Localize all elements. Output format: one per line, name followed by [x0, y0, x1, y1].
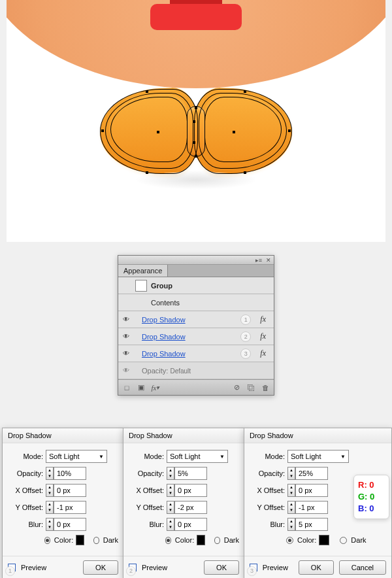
red-shape	[150, 0, 242, 31]
stroke-icon[interactable]: ▣	[137, 383, 146, 392]
stepper[interactable]: ▲▼	[287, 484, 295, 497]
visibility-icon[interactable]: 👁	[121, 350, 131, 357]
drop-shadow-dialog-1: Drop Shadow Mode: Soft Light▼ Opacity: ▲…	[2, 428, 124, 578]
x-offset-input[interactable]	[54, 484, 86, 497]
visibility-icon[interactable]: 👁	[121, 367, 131, 374]
fx-icon[interactable]: fx	[255, 332, 271, 341]
artwork-canvas	[7, 0, 385, 242]
ok-button[interactable]: OK	[299, 560, 334, 575]
drop-shadow-link-2[interactable]: Drop Shadow	[135, 333, 237, 341]
duplicate-icon[interactable]: ⿻	[246, 383, 255, 392]
fx-icon[interactable]: fx	[255, 348, 271, 358]
rgb-g: G: 0	[358, 491, 385, 503]
step-badge: 3	[247, 566, 257, 576]
appearance-swatch[interactable]	[135, 280, 147, 292]
color-radio[interactable]	[165, 537, 171, 544]
panel-close-icon[interactable]: ✕	[266, 257, 271, 264]
appearance-contents-label: Contents	[135, 299, 271, 307]
blur-input[interactable]	[54, 518, 86, 531]
visibility-icon[interactable]: 👁	[121, 316, 131, 323]
ok-button[interactable]: OK	[204, 560, 239, 575]
stepper[interactable]: ▲▼	[287, 467, 295, 480]
appearance-tab[interactable]: Appearance	[118, 265, 168, 277]
y-offset-input[interactable]	[54, 501, 86, 514]
appearance-group-label: Group	[151, 282, 271, 290]
stepper[interactable]: ▲▼	[46, 467, 54, 480]
opacity-input[interactable]	[295, 467, 328, 480]
y-offset-input[interactable]	[174, 501, 207, 514]
drop-shadow-dialog-2: Drop Shadow Mode: Soft Light▼ Opacity: ▲…	[123, 428, 245, 578]
mode-select[interactable]: Soft Light▼	[287, 450, 349, 463]
fx-icon[interactable]: fx	[255, 314, 271, 324]
dialog-title: Drop Shadow	[3, 428, 123, 443]
x-offset-input[interactable]	[295, 484, 328, 497]
appearance-panel: ▸≡ ✕ Appearance Group Contents 👁 Drop Sh…	[118, 255, 274, 396]
chevron-down-icon: ▼	[99, 454, 104, 460]
chevron-down-icon: ▼	[340, 454, 346, 460]
dialog-title: Drop Shadow	[244, 428, 391, 443]
color-radio[interactable]	[286, 537, 293, 544]
opacity-input[interactable]	[174, 467, 207, 480]
drop-shadow-link-1[interactable]: Drop Shadow	[135, 316, 237, 324]
panel-menu-icon[interactable]: ▸≡	[255, 257, 262, 264]
drop-shadow-link-3[interactable]: Drop Shadow	[135, 350, 237, 358]
step-badge: 1	[240, 314, 251, 325]
step-badge: 1	[5, 566, 15, 576]
blur-input[interactable]	[295, 518, 328, 531]
color-swatch[interactable]	[76, 535, 84, 545]
stepper[interactable]: ▲▼	[46, 501, 54, 514]
dialog-title: Drop Shadow	[123, 428, 244, 443]
step-badge: 2	[240, 332, 251, 342]
darkness-radio[interactable]	[214, 537, 220, 544]
color-swatch[interactable]	[197, 535, 205, 545]
blur-input[interactable]	[174, 518, 207, 531]
delete-icon[interactable]: 🗑	[261, 383, 270, 392]
stepper[interactable]: ▲▼	[167, 518, 174, 531]
step-badge: 2	[126, 566, 136, 576]
stepper[interactable]: ▲▼	[46, 484, 54, 497]
stepper[interactable]: ▲▼	[287, 501, 295, 514]
stepper[interactable]: ▲▼	[167, 484, 174, 497]
no-fill-icon[interactable]: □	[122, 383, 131, 392]
stepper[interactable]: ▲▼	[46, 518, 54, 531]
chevron-down-icon: ▼	[220, 454, 225, 460]
darkness-radio[interactable]	[93, 537, 99, 544]
color-swatch[interactable]	[319, 535, 329, 545]
bow-tie-group[interactable]	[95, 85, 297, 222]
stepper[interactable]: ▲▼	[167, 501, 174, 514]
y-offset-input[interactable]	[295, 501, 328, 514]
darkness-radio[interactable]	[340, 537, 347, 544]
rgb-b: B: 0	[358, 503, 385, 515]
color-radio[interactable]	[44, 537, 50, 544]
x-offset-input[interactable]	[174, 484, 207, 497]
ok-button[interactable]: OK	[83, 560, 118, 575]
step-badge: 3	[240, 348, 251, 359]
opacity-input[interactable]	[54, 467, 86, 480]
fx-menu-icon[interactable]: fx▾	[151, 383, 160, 392]
stepper[interactable]: ▲▼	[287, 518, 295, 531]
rgb-r: R: 0	[358, 479, 385, 491]
rgb-callout: R: 0 G: 0 B: 0	[353, 475, 389, 519]
stepper[interactable]: ▲▼	[167, 467, 174, 480]
visibility-icon[interactable]: 👁	[121, 333, 131, 340]
mode-select[interactable]: Soft Light▼	[46, 450, 107, 463]
clear-icon[interactable]: ⊘	[232, 383, 241, 392]
cancel-button[interactable]: Cancel	[339, 560, 386, 575]
mode-select[interactable]: Soft Light▼	[167, 450, 228, 463]
